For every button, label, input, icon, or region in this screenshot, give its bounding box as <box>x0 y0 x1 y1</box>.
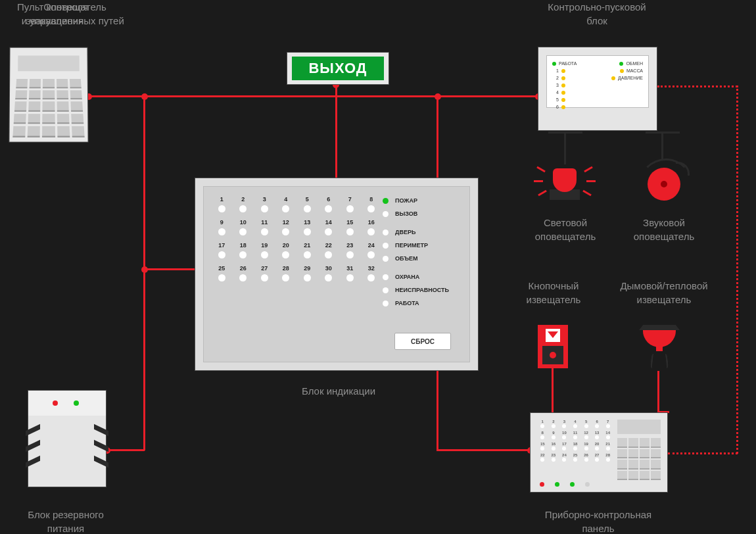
indicator-grid: 1234567891011121314151617181920212223242… <box>213 196 380 281</box>
control-launch-block: РАБОТА ОБМЕН 1 МАССА 2 ДАВЛЕНИЕ 3 4 5 6 <box>538 47 657 131</box>
panel-cell: 3 <box>559 420 570 428</box>
callpoint-arrow-icon <box>546 329 560 342</box>
indicator-cell: 31 <box>341 265 359 281</box>
indicator-cell: 15 <box>341 219 359 235</box>
panel-cell: 16 <box>548 442 559 450</box>
ctrl-exchange-label: ОБМЕН <box>626 61 643 66</box>
control-keypad <box>9 47 88 143</box>
wire-bus-top <box>88 95 538 97</box>
indicator-cell: 4 <box>277 196 295 212</box>
ctrl-row-4: 4 <box>552 90 559 95</box>
panel-cell: 26 <box>580 453 592 462</box>
legend-label: ПЕРИМЕТР <box>395 242 428 249</box>
panel-cell: 17 <box>559 442 570 450</box>
legend-label: ДВЕРЬ <box>395 229 415 235</box>
indicator-cell: 20 <box>277 242 295 258</box>
ctrl-row-3: 3 <box>552 83 559 87</box>
stem-light <box>564 132 566 164</box>
panel-cell: 27 <box>592 453 603 462</box>
panel-cell: 12 <box>580 431 592 439</box>
indicator-cell: 2 <box>235 196 252 212</box>
indicator-cell: 16 <box>363 219 381 235</box>
panel-cell: 19 <box>580 442 592 450</box>
indicator-legend: ПОЖАРВЫЗОВДВЕРЬПЕРИМЕТРОБЪЕМОХРАНАНЕИСПР… <box>383 197 460 313</box>
sound-signaller-icon <box>638 158 690 210</box>
panel-cell: 20 <box>592 442 603 450</box>
label-exit: Оповещатель эвакуационных путей <box>0 0 150 28</box>
panel-cell: 7 <box>602 420 613 428</box>
legend-label: ОХРАНА <box>395 274 419 280</box>
indicator-cell: 22 <box>320 242 338 258</box>
ctrl-block-panel: РАБОТА ОБМЕН 1 МАССА 2 ДАВЛЕНИЕ 3 4 5 6 <box>546 55 649 108</box>
indicator-legend-row: ОБЪЕМ <box>383 255 460 262</box>
label-light: Световой оповещатель <box>526 216 605 243</box>
ctrl-pressure-label: ДАВЛЕНИЕ <box>618 76 643 80</box>
legend-led <box>383 243 389 249</box>
panel-cell: 13 <box>592 431 603 439</box>
indicator-cell: 19 <box>256 242 273 258</box>
panel-cell: 22 <box>537 453 548 462</box>
indicator-cell: 28 <box>277 265 295 281</box>
panel-cell: 23 <box>548 453 559 462</box>
wire-to-panel <box>437 449 530 451</box>
indicator-cell: 25 <box>213 265 231 281</box>
indicator-cell: 9 <box>213 219 231 235</box>
panel-cell: 21 <box>602 442 613 450</box>
indicator-cell: 1 <box>213 196 231 212</box>
smoke-heat-detector-icon <box>639 325 680 368</box>
indicator-cell: 13 <box>298 219 316 235</box>
light-signaller-icon <box>542 162 588 208</box>
exit-sign: ВЫХОД <box>287 52 389 85</box>
indicator-cell: 6 <box>320 196 338 212</box>
indicator-cell: 23 <box>341 242 359 258</box>
legend-led <box>383 274 389 280</box>
legend-label: ВЫЗОВ <box>395 210 417 217</box>
label-sound: Звуковой оповещатель <box>625 216 703 243</box>
panel-cell: 15 <box>537 442 548 450</box>
wire-dotted-bottom <box>668 452 738 454</box>
panel-lcd <box>617 420 661 434</box>
keypad-keys <box>12 79 84 137</box>
panel-cell: 28 <box>602 453 613 462</box>
legend-led <box>383 198 389 204</box>
indicator-cell: 11 <box>256 219 273 235</box>
node-right-bus <box>435 93 441 100</box>
wire-left-down <box>143 95 145 450</box>
label-indicator: Блок индикации <box>283 384 394 398</box>
label-backup: Блок резервного питания <box>0 508 131 534</box>
label-ctrl: Контрольно-пусковой блок <box>525 0 669 28</box>
legend-led <box>383 230 389 235</box>
panel-cell: 24 <box>559 453 570 462</box>
backup-top <box>28 391 106 416</box>
panel-cell: 2 <box>548 420 559 428</box>
panel-cell: 9 <box>548 431 559 439</box>
wire-to-indicator <box>143 268 195 270</box>
indicator-legend-row: ПОЖАР <box>383 197 460 204</box>
indicator-cell: 30 <box>320 265 338 281</box>
manual-call-point-icon <box>538 325 568 368</box>
exit-sign-text: ВЫХОД <box>292 57 384 80</box>
indicator-cell: 12 <box>277 219 295 235</box>
reset-button[interactable]: СБРОС <box>394 333 451 350</box>
panel-cell: 8 <box>537 431 548 439</box>
panel-cell: 11 <box>570 431 581 439</box>
backup-led-red <box>53 400 58 406</box>
label-panel: Приборно-контрольная панель <box>532 508 664 534</box>
ctrl-mass-label: МАССА <box>626 68 643 73</box>
node-left <box>141 93 148 100</box>
ctrl-row-5: 5 <box>552 97 559 102</box>
indicator-cell: 27 <box>256 265 273 281</box>
indicator-cell: 18 <box>235 242 252 258</box>
indicator-cell: 5 <box>298 196 316 212</box>
keypad-screen <box>18 56 80 72</box>
legend-led <box>383 287 389 293</box>
legend-led <box>383 301 389 306</box>
wire-callpoint-down <box>552 368 554 412</box>
panel-cell: 4 <box>570 420 581 428</box>
backup-power-supply <box>28 390 106 487</box>
label-callpoint: Кнопочный извещатель <box>514 279 593 306</box>
wire-detector-down <box>657 371 659 412</box>
callpoint-button-icon <box>542 346 563 364</box>
legend-led <box>383 211 389 217</box>
indicator-cell: 3 <box>256 196 273 212</box>
